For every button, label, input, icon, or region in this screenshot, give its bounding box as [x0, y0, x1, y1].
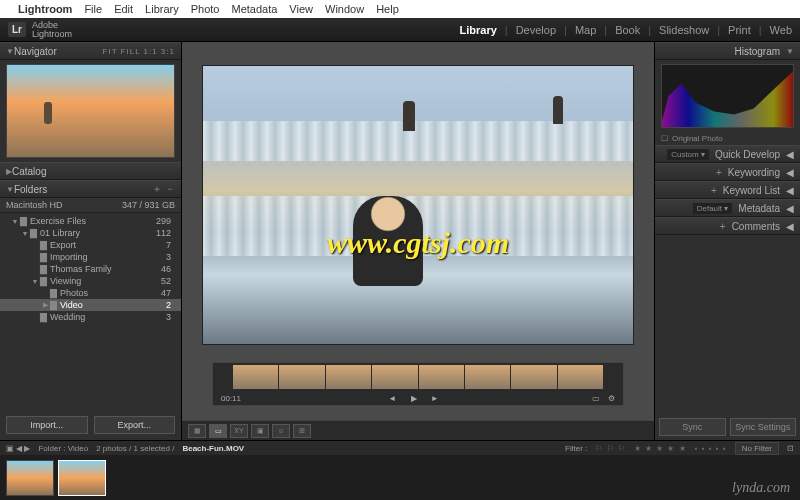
- catalog-title: Catalog: [12, 166, 175, 177]
- folder-row[interactable]: ▼▇Exercise Files299: [0, 215, 181, 227]
- identity-plate-bar: Lr Adobe Lightroom Library| Develop| Map…: [0, 18, 800, 42]
- menu-help[interactable]: Help: [376, 3, 399, 15]
- loupe-view-icon[interactable]: ▭: [209, 424, 227, 438]
- module-slideshow[interactable]: Slideshow: [659, 24, 709, 36]
- map-view-icon[interactable]: ⊞: [293, 424, 311, 438]
- folder-row[interactable]: ▇Wedding3: [0, 311, 181, 323]
- people-view-icon[interactable]: ☺: [272, 424, 290, 438]
- disclosure-triangle-icon[interactable]: ▼: [20, 230, 30, 237]
- menu-file[interactable]: File: [84, 3, 102, 15]
- menu-photo[interactable]: Photo: [191, 3, 220, 15]
- sync-button[interactable]: Sync: [659, 418, 726, 436]
- disclosure-triangle-icon[interactable]: ◀: [786, 221, 794, 232]
- disclosure-triangle-icon[interactable]: ◀: [786, 149, 794, 160]
- menu-window[interactable]: Window: [325, 3, 364, 15]
- survey-view-icon[interactable]: ▣: [251, 424, 269, 438]
- histogram-header[interactable]: Histogram ▼: [655, 42, 800, 60]
- folder-row[interactable]: ▇Importing3: [0, 251, 181, 263]
- right-panel-header[interactable]: +Keywording◀: [655, 163, 800, 181]
- disclosure-triangle-icon[interactable]: ◀: [786, 167, 794, 178]
- panel-title: Metadata: [738, 203, 780, 214]
- filmstrip-thumbnails[interactable]: [0, 455, 800, 500]
- original-photo-toggle[interactable]: ☐ Original Photo: [655, 132, 800, 145]
- folder-row[interactable]: ▇Thomas Family46: [0, 263, 181, 275]
- module-develop[interactable]: Develop: [516, 24, 556, 36]
- menu-metadata[interactable]: Metadata: [231, 3, 277, 15]
- import-button[interactable]: Import...: [6, 416, 88, 434]
- disclosure-triangle-icon[interactable]: ◀: [786, 203, 794, 214]
- app-menu[interactable]: Lightroom: [18, 3, 72, 15]
- filter-preset[interactable]: No Filter: [735, 442, 779, 455]
- folder-icon: ▇: [50, 300, 60, 310]
- histogram-display[interactable]: [661, 64, 794, 128]
- folder-count: 52: [161, 276, 175, 286]
- folders-add-icon[interactable]: ＋ －: [152, 182, 175, 196]
- filter-label: Filter :: [565, 444, 587, 453]
- disclosure-triangle-icon[interactable]: ◀: [786, 185, 794, 196]
- next-frame-icon[interactable]: ►: [431, 394, 445, 403]
- folder-row[interactable]: ▼▇Viewing52: [0, 275, 181, 287]
- disclosure-triangle-icon[interactable]: ▼: [30, 278, 40, 285]
- right-panel-header[interactable]: +Comments◀: [655, 217, 800, 235]
- folder-icon: ▇: [40, 264, 50, 274]
- disclosure-triangle-icon[interactable]: ▼: [10, 218, 20, 225]
- module-print[interactable]: Print: [728, 24, 751, 36]
- panel-preset-select[interactable]: Custom ▾: [667, 149, 709, 160]
- folder-icon: ▇: [20, 216, 30, 226]
- catalog-header[interactable]: ▶ Catalog: [0, 162, 181, 180]
- prev-frame-icon[interactable]: ◄: [388, 394, 402, 403]
- flag-filter-icons[interactable]: ⚐ ⚐ ⚐: [595, 444, 625, 453]
- panel-add-icon[interactable]: +: [720, 221, 726, 232]
- folder-icon: ▇: [50, 288, 60, 298]
- filter-lock-icon[interactable]: ⊡: [787, 444, 794, 453]
- checkbox-icon[interactable]: ☐: [661, 134, 668, 143]
- folder-row[interactable]: ▼▇01 Library112: [0, 227, 181, 239]
- panel-add-icon[interactable]: +: [716, 167, 722, 178]
- module-map[interactable]: Map: [575, 24, 596, 36]
- menu-view[interactable]: View: [289, 3, 313, 15]
- gear-icon[interactable]: ⚙: [608, 394, 615, 403]
- module-web[interactable]: Web: [770, 24, 792, 36]
- filmstrip-path[interactable]: Folder : Video: [38, 444, 88, 453]
- folders-header[interactable]: ▼ Folders ＋ －: [0, 180, 181, 198]
- module-book[interactable]: Book: [615, 24, 640, 36]
- menu-edit[interactable]: Edit: [114, 3, 133, 15]
- export-button[interactable]: Export...: [94, 416, 176, 434]
- volume-header[interactable]: Macintosh HD 347 / 931 GB: [0, 198, 181, 213]
- folder-icon: ▇: [30, 228, 40, 238]
- folder-row[interactable]: ▇Photos47: [0, 287, 181, 299]
- navigator-preview[interactable]: [6, 64, 175, 158]
- folder-name: Viewing: [50, 276, 81, 286]
- right-panel-header[interactable]: Custom ▾Quick Develop◀: [655, 145, 800, 163]
- color-label-filter[interactable]: ▪ ▪ ▪ ▪ ▪: [695, 444, 727, 453]
- video-scrubber[interactable]: [233, 365, 603, 389]
- play-icon[interactable]: ▶: [411, 394, 423, 403]
- grid-view-icon[interactable]: ▦: [188, 424, 206, 438]
- right-panel-header[interactable]: +Keyword List◀: [655, 181, 800, 199]
- menu-library[interactable]: Library: [145, 3, 179, 15]
- panel-preset-select[interactable]: Default ▾: [693, 203, 733, 214]
- filmstrip-thumb[interactable]: [6, 460, 54, 496]
- loupe-view[interactable]: www.cgtsj.com: [182, 42, 654, 362]
- trim-icon[interactable]: ▭: [592, 394, 600, 403]
- filmstrip-panel: ▣ ◀ ▶ Folder : Video 2 photos / 1 select…: [0, 440, 800, 500]
- disclosure-triangle-icon[interactable]: ▼: [6, 185, 14, 194]
- navigator-zoom-opts[interactable]: FIT FILL 1:1 3:1: [103, 47, 175, 56]
- folder-row[interactable]: ▇Export7: [0, 239, 181, 251]
- sync-settings-button[interactable]: Sync Settings: [730, 418, 797, 436]
- folder-row[interactable]: ▶▇Video2: [0, 299, 181, 311]
- second-window-icon[interactable]: ▣ ◀ ▶: [6, 444, 30, 453]
- navigator-header[interactable]: ▼ Navigator FIT FILL 1:1 3:1: [0, 42, 181, 60]
- video-preview[interactable]: www.cgtsj.com: [202, 65, 634, 345]
- folder-name: Importing: [50, 252, 88, 262]
- folder-count: 2: [166, 300, 175, 310]
- right-panel-header[interactable]: Default ▾Metadata◀: [655, 199, 800, 217]
- filmstrip-thumb[interactable]: [58, 460, 106, 496]
- compare-view-icon[interactable]: XY: [230, 424, 248, 438]
- rating-filter[interactable]: ★ ★ ★ ★ ★: [634, 444, 687, 453]
- disclosure-triangle-icon[interactable]: ▼: [6, 47, 14, 56]
- module-library[interactable]: Library: [460, 24, 497, 36]
- disclosure-triangle-icon[interactable]: ▶: [40, 301, 50, 309]
- disclosure-triangle-icon[interactable]: ▼: [786, 47, 794, 56]
- panel-add-icon[interactable]: +: [711, 185, 717, 196]
